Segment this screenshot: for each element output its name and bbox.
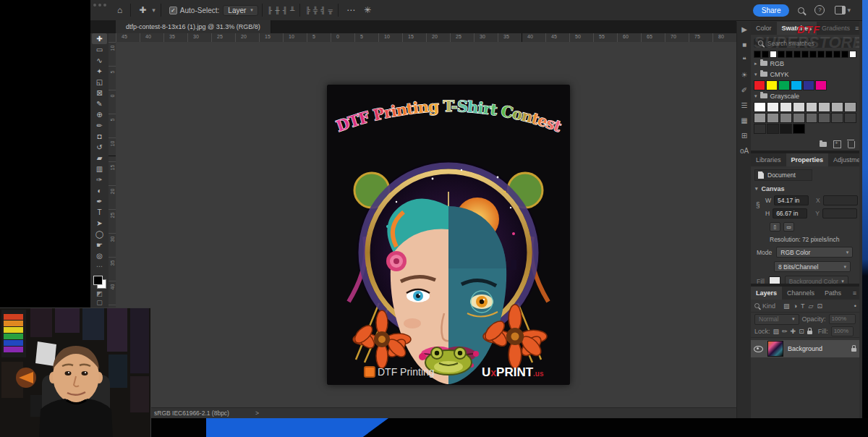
swatch[interactable] [849, 51, 856, 58]
filter-adjustment-layers-icon[interactable]: ◑ [793, 302, 797, 310]
document-tab[interactable]: dtfp-contest-8-13x16 (1).jpg @ 31.3% (RG… [116, 20, 271, 33]
swatch[interactable] [793, 102, 805, 112]
patterns-panel-icon[interactable]: ▦ [737, 113, 752, 128]
align-top-icon[interactable]: ╨ [289, 0, 296, 20]
filter-type-layers-icon[interactable]: T [801, 302, 805, 310]
comment-panel-icon[interactable]: ❝ [737, 52, 752, 67]
swatch[interactable] [833, 51, 841, 58]
distribute-right-icon[interactable]: ╣ [319, 0, 326, 20]
hand-tool[interactable]: ☛ [92, 239, 107, 250]
layer-visibility-eye-icon[interactable] [754, 346, 763, 352]
lock-position-icon[interactable]: ✚ [791, 328, 796, 335]
swatch[interactable] [754, 80, 765, 90]
tab-properties[interactable]: Properties [786, 153, 829, 166]
shape-tool[interactable]: ◯ [92, 229, 107, 239]
swatch[interactable] [844, 113, 856, 123]
actions-panel-icon[interactable]: ▶ [737, 22, 752, 37]
eraser-tool[interactable]: ▰ [92, 153, 107, 164]
landscape-orientation-button[interactable]: ▭ [783, 222, 794, 232]
dodge-tool[interactable]: ◐ [92, 185, 107, 196]
swatch[interactable] [793, 51, 801, 58]
move-tool[interactable]: ✚ [92, 33, 107, 44]
swatch[interactable] [815, 80, 827, 90]
frame-tool[interactable]: ⊠ [92, 88, 107, 98]
swatch-group-rgb[interactable]: ▸ RGB [751, 58, 859, 69]
swatch[interactable] [817, 51, 825, 58]
path-selection-tool[interactable]: ➤ [92, 218, 107, 229]
swatch[interactable] [778, 80, 790, 90]
fill-dropdown[interactable]: Background Color▾ [785, 276, 848, 284]
align-right-icon[interactable]: ╢ [281, 0, 289, 20]
color-mode-dropdown[interactable]: RGB Color▾ [776, 247, 853, 258]
swatch[interactable] [809, 51, 817, 58]
fill-color-swatch[interactable] [769, 276, 780, 284]
swatch[interactable] [780, 124, 792, 134]
filter-pixel-layers-icon[interactable]: ▨ [783, 302, 790, 310]
tab-swatches[interactable]: Swatches [777, 22, 817, 35]
swatch[interactable] [831, 102, 843, 112]
swatch[interactable] [754, 124, 766, 134]
height-field[interactable]: 66.67 in [773, 208, 807, 218]
swatch[interactable] [786, 51, 793, 58]
swatch[interactable] [844, 102, 856, 112]
canvas-area[interactable]: DTF Printing T-Shirt Contest DTF Printin… [116, 42, 736, 407]
lasso-tool[interactable]: ∿ [92, 55, 107, 66]
swatch[interactable] [803, 80, 814, 90]
zoom-tool[interactable]: ◎ [92, 250, 107, 261]
poster-artwork[interactable]: DTF Printing T-Shirt Contest DTF Printin… [327, 85, 570, 385]
tab-adjustments[interactable]: Adjustments [828, 153, 859, 166]
swatch[interactable] [793, 113, 805, 123]
swatch[interactable] [754, 102, 766, 112]
layer-thumbnail[interactable] [767, 341, 783, 357]
canvas-section-header[interactable]: ▾Canvas [751, 184, 859, 194]
opacity-field[interactable]: 100% [829, 314, 856, 324]
filter-shape-layers-icon[interactable]: ▱ [808, 302, 813, 310]
object-selection-tool[interactable]: ✦ [92, 66, 107, 77]
filter-toggle-icon[interactable]: • [854, 302, 856, 310]
smudge-tool[interactable]: ✑ [92, 174, 107, 185]
workspace-settings-gear-icon[interactable]: ✳ [359, 0, 375, 20]
window-controls[interactable] [93, 4, 109, 7]
link-dimensions-icon[interactable]: § [756, 201, 760, 209]
brush-tool[interactable]: ✏ [92, 120, 107, 131]
swatch[interactable] [770, 51, 777, 58]
swatch[interactable] [825, 51, 833, 58]
healing-brush-tool[interactable]: ⊕ [92, 109, 107, 120]
home-icon[interactable]: ⌂ [113, 0, 127, 20]
layer-row-background[interactable]: Background [751, 340, 859, 357]
quick-mask-icon[interactable]: ◩ [92, 290, 107, 297]
history-brush-tool[interactable]: ↺ [92, 142, 107, 153]
swatch[interactable] [767, 102, 779, 112]
filter-smart-objects-icon[interactable]: ⊡ [817, 302, 822, 310]
fill-field[interactable]: 100% [831, 326, 854, 336]
new-swatch-icon[interactable] [833, 140, 841, 148]
portrait-orientation-button[interactable]: ▯ [770, 222, 780, 232]
distribute-top-icon[interactable]: ╦ [327, 0, 334, 20]
clone-stamp-tool[interactable]: ◘ [92, 131, 107, 142]
swatch[interactable] [818, 102, 830, 112]
width-field[interactable]: 54.17 in [774, 195, 809, 205]
stop-panel-icon[interactable]: ■ [737, 37, 752, 52]
tab-libraries[interactable]: Libraries [751, 153, 786, 166]
swatch[interactable] [754, 113, 766, 123]
swatch-group-cmyk[interactable]: ▾ CMYK [751, 69, 859, 80]
gradient-tool[interactable]: ▥ [92, 164, 107, 174]
lock-pixels-icon[interactable]: ✏ [782, 328, 788, 335]
search-icon[interactable] [798, 7, 804, 14]
swatch[interactable] [841, 51, 848, 58]
new-group-folder-icon[interactable] [820, 142, 827, 147]
marquee-tool[interactable]: ▭ [92, 44, 107, 55]
align-left-icon[interactable]: ╟ [266, 0, 273, 20]
move-tool-icon[interactable]: ✚ [135, 0, 150, 20]
adjustments-panel-icon[interactable]: ☀ [737, 67, 752, 82]
swatch[interactable] [806, 102, 818, 112]
status-menu-chevron-icon[interactable]: > [255, 408, 259, 419]
lock-all-icon[interactable] [807, 331, 812, 334]
tab-paths[interactable]: Paths [820, 287, 846, 300]
share-button[interactable]: Share [753, 4, 790, 17]
tab-channels[interactable]: Channels [782, 287, 820, 300]
swatch[interactable] [778, 51, 785, 58]
swatch[interactable] [766, 80, 778, 90]
screen-mode-icon[interactable]: ▢ [92, 299, 107, 306]
blend-mode-dropdown[interactable]: Normal▾ [754, 314, 799, 325]
